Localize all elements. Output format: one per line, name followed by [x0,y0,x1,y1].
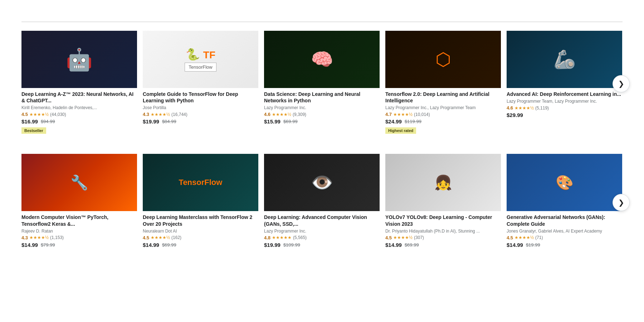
course-info-yolo: YOLOv7 YOLOv8: Deep Learning - Computer … [385,211,501,250]
rating-count-yolo: (307) [414,235,424,240]
tabs-row [21,18,623,22]
rating-row-tf-guide: 4.3 ★★★★½ (16,744) [143,112,258,117]
rating-num-dl-masterclass: 4.5 [143,235,149,240]
course-card-yolo[interactable]: 👧 YOLOv7 YOLOv8: Deep Learning - Compute… [385,154,501,250]
course-instructor-cv-pytorch: Rajeev D. Ratan [21,229,137,234]
course-title-tf2: Tensorflow 2.0: Deep Learning and Artifi… [385,91,501,104]
course-card-tf2[interactable]: ⬡ Tensorflow 2.0: Deep Learning and Arti… [385,31,501,137]
popular-section: 🤖 Deep Learning A-Z™ 2023: Neural Networ… [21,18,623,137]
price-row-adv-ai: $29.99 [507,112,622,118]
price-current-ds-dl: $15.99 [264,118,280,125]
course-instructor-dl-adv-cv: Lazy Programmer Inc. [264,229,380,234]
price-original-gan: $19.99 [526,242,540,248]
course-instructor-gan: Jones Granatyr, Gabriel Alves, AI Expert… [507,229,622,234]
price-current-adv-ai: $29.99 [507,112,523,118]
course-card-gan[interactable]: 🎨 Generative Adversarial Networks (GANs)… [507,154,622,250]
stars-tf-guide: ★★★★½ [151,112,170,117]
course-instructor-yolo: Dr. Priyanto Hidayatullah (Ph.D in AI), … [385,229,501,234]
price-row-cv-pytorch: $14.99 $79.99 [21,242,137,248]
course-info-dl-az: Deep Learning A-Z™ 2023: Neural Networks… [21,88,137,137]
course-info-adv-ai: Advanced AI: Deep Reinforcement Learning… [507,88,622,121]
badge-dl-az: Bestseller [21,127,46,134]
next-arrow-popular[interactable]: ❯ [613,75,630,92]
rating-row-dl-az: 4.5 ★★★★½ (44,030) [21,112,137,117]
rating-count-dl-az: (44,030) [50,112,66,117]
course-info-tf-guide: Complete Guide to TensorFlow for Deep Le… [143,88,258,127]
course-card-dl-adv-cv[interactable]: 👁️ Deep Learning: Advanced Computer Visi… [264,154,380,250]
course-info-dl-adv-cv: Deep Learning: Advanced Computer Vision … [264,211,380,250]
stars-adv-ai: ★★★★½ [514,106,534,111]
price-current-dl-az: $16.99 [21,118,38,125]
price-original-dl-az: $94.99 [41,119,55,124]
price-current-cv-pytorch: $14.99 [21,242,38,248]
rating-row-gan: 4.5 ★★★★½ (71) [507,235,622,240]
rating-count-tf-guide: (16,744) [171,112,187,117]
cv-courses-row: 🔧 Modern Computer Vision™ PyTorch, Tenso… [21,154,623,250]
rating-num-tf2: 4.7 [385,112,392,117]
rating-row-adv-ai: 4.6 ★★★★½ (5,119) [507,105,622,111]
rating-count-adv-ai: (5,119) [535,106,549,111]
price-row-dl-az: $16.99 $94.99 [21,118,137,125]
rating-row-yolo: 4.5 ★★★★½ (307) [385,235,501,240]
next-arrow-cv[interactable]: ❯ [613,194,630,211]
course-title-dl-masterclass: Deep Learning Masterclass with TensorFlo… [143,214,258,227]
price-current-tf2: $24.99 [385,118,402,125]
rating-num-ds-dl: 4.6 [264,112,270,117]
course-title-dl-az: Deep Learning A-Z™ 2023: Neural Networks… [21,91,137,104]
popular-courses-wrapper: 🤖 Deep Learning A-Z™ 2023: Neural Networ… [21,31,623,137]
course-instructor-dl-az: Kirill Eremenko, Hadelin de Ponteves,... [21,105,137,110]
cv-section: 🔧 Modern Computer Vision™ PyTorch, Tenso… [21,154,623,250]
rating-row-dl-masterclass: 4.5 ★★★★½ (162) [143,235,258,240]
cv-courses-wrapper: 🔧 Modern Computer Vision™ PyTorch, Tenso… [21,154,623,250]
rating-count-dl-adv-cv: (5,565) [293,235,307,240]
stars-yolo: ★★★★½ [393,235,413,240]
price-row-tf2: $24.99 $119.99 [385,118,501,125]
rating-num-dl-az: 4.5 [21,112,28,117]
price-original-dl-adv-cv: $109.99 [283,242,300,248]
rating-row-tf2: 4.7 ★★★★½ (10,014) [385,112,501,117]
rating-num-dl-adv-cv: 4.8 [264,235,270,240]
main-page: 🤖 Deep Learning A-Z™ 2023: Neural Networ… [0,0,644,279]
price-row-gan: $14.99 $19.99 [507,242,622,248]
price-row-yolo: $14.99 $69.99 [385,242,501,248]
course-card-dl-masterclass[interactable]: TensorFlow Deep Learning Masterclass wit… [143,154,258,250]
rating-row-dl-adv-cv: 4.8 ★★★★★ (5,565) [264,235,380,240]
course-instructor-tf-guide: Jose Portilla [143,105,258,110]
rating-num-yolo: 4.5 [385,235,392,240]
price-original-yolo: $69.99 [405,242,419,248]
rating-num-gan: 4.5 [507,235,513,240]
badge-tf2: Highest rated [385,127,416,134]
price-current-tf-guide: $19.99 [143,118,159,125]
course-info-cv-pytorch: Modern Computer Vision™ PyTorch, Tensorf… [21,211,137,250]
course-title-cv-pytorch: Modern Computer Vision™ PyTorch, Tensorf… [21,214,137,227]
rating-count-tf2: (10,014) [414,112,430,117]
rating-count-gan: (71) [535,235,543,240]
course-title-ds-dl: Data Science: Deep Learning and Neural N… [264,91,380,104]
rating-count-dl-masterclass: (162) [171,235,181,240]
course-info-tf2: Tensorflow 2.0: Deep Learning and Artifi… [385,88,501,137]
stars-cv-pytorch: ★★★★½ [29,235,49,240]
course-card-cv-pytorch[interactable]: 🔧 Modern Computer Vision™ PyTorch, Tenso… [21,154,137,250]
price-current-dl-masterclass: $14.99 [143,242,159,248]
price-current-dl-adv-cv: $19.99 [264,242,280,248]
stars-dl-az: ★★★★½ [29,112,49,117]
course-card-dl-az[interactable]: 🤖 Deep Learning A-Z™ 2023: Neural Networ… [21,31,137,137]
stars-gan: ★★★★½ [514,235,534,240]
price-original-ds-dl: $69.99 [283,119,298,124]
price-original-dl-masterclass: $69.99 [162,242,176,248]
course-instructor-adv-ai: Lazy Programmer Team, Lazy Programmer In… [507,99,622,104]
course-info-dl-masterclass: Deep Learning Masterclass with TensorFlo… [143,211,258,250]
course-card-adv-ai[interactable]: 🦾 Advanced AI: Deep Reinforcement Learni… [507,31,622,137]
course-title-dl-adv-cv: Deep Learning: Advanced Computer Vision … [264,214,380,227]
price-original-cv-pytorch: $79.99 [41,242,55,248]
course-card-ds-dl[interactable]: 🧠 Data Science: Deep Learning and Neural… [264,31,380,137]
course-instructor-dl-masterclass: Neuralearn Dot AI [143,229,258,234]
price-row-tf-guide: $19.99 $84.99 [143,118,258,125]
course-card-tf-guide[interactable]: 🐍 TF TensorFlow Complete Guide to Tensor… [143,31,258,137]
rating-num-adv-ai: 4.6 [507,105,513,111]
rating-num-cv-pytorch: 4.3 [21,235,28,240]
rating-count-cv-pytorch: (1,153) [50,235,64,240]
price-current-gan: $14.99 [507,242,523,248]
course-info-gan: Generative Adversarial Networks (GANs): … [507,211,622,250]
price-row-dl-adv-cv: $19.99 $109.99 [264,242,380,248]
